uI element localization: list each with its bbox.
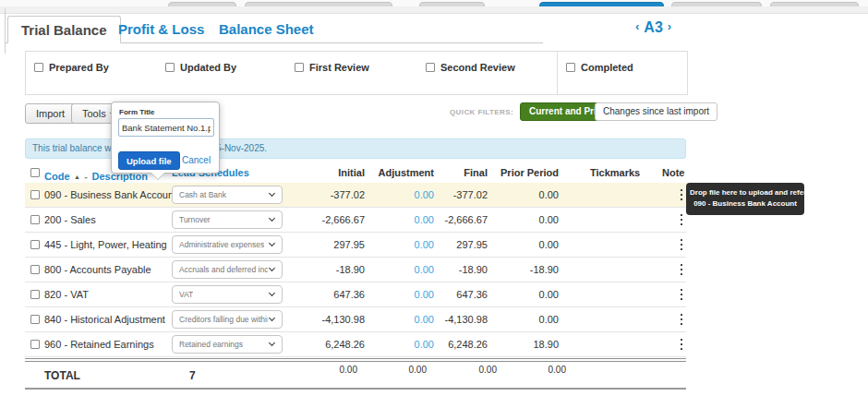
lead-schedule-value: VAT [179, 286, 193, 303]
signoff-second-review: Second Review [426, 62, 515, 73]
signoff-prepared-by: Prepared By [34, 62, 109, 73]
pager-prev-icon[interactable]: ‹ [631, 19, 644, 33]
lead-schedule-select[interactable]: Creditors falling due within 1 ye [172, 310, 283, 329]
table-row: 820 - VAT VAT 647.36 0.00 647.36 0.00 [25, 282, 686, 307]
account-label: 090 - Business Bank Account [44, 183, 176, 208]
lead-schedule-select[interactable]: Retained earnings [172, 335, 283, 354]
row-kebab-menu-icon[interactable] [677, 311, 686, 330]
signoff-first-review: First Review [295, 62, 369, 73]
document-pager: ‹A3› [631, 19, 676, 38]
row-kebab-menu-icon[interactable] [677, 211, 686, 230]
total-label: TOTAL [44, 362, 80, 390]
banner-text-suffix: 5-Nov-2025. [216, 143, 267, 153]
prior-period-value: 0.00 [476, 307, 559, 332]
chevron-down-icon [269, 290, 275, 296]
chevron-down-icon [269, 340, 275, 346]
lead-schedule-select[interactable]: VAT [172, 285, 283, 304]
prior-period-header: Prior Period [476, 167, 559, 178]
prior-period-value: 0.00 [476, 282, 559, 307]
chevron-down-icon [269, 240, 275, 246]
row-kebab-menu-icon[interactable] [677, 261, 686, 280]
pager-next-icon[interactable]: › [663, 19, 676, 33]
cancel-link[interactable]: Cancel [182, 155, 211, 165]
prior-period-value: 0.00 [476, 208, 559, 233]
second-review-checkbox[interactable] [426, 63, 435, 72]
row-kebab-menu-icon[interactable] [677, 336, 686, 354]
row-checkbox[interactable] [30, 290, 40, 299]
lead-schedule-select[interactable]: Accruals and deferred income [172, 260, 283, 279]
table-row: 090 - Business Bank Account Cash at Bank… [25, 183, 686, 208]
code-sort-header[interactable]: Code [44, 171, 70, 182]
drop-file-tooltip-line2: 090 - Business Bank Account [690, 198, 801, 210]
tools-label: Tools [82, 108, 106, 119]
tab-balance-sheet[interactable]: Balance Sheet [219, 16, 314, 43]
prior-period-value: 0.00 [476, 183, 559, 208]
lead-schedule-value: Cash at Bank [179, 186, 226, 203]
report-tabbar: Trial Balance Profit & Loss Balance Shee… [5, 16, 543, 43]
top-band [0, 6, 868, 14]
form-title-input[interactable] [118, 118, 214, 137]
upload-file-button[interactable]: Upload file [118, 151, 180, 170]
signoff-divider [557, 52, 558, 94]
upload-popover: Form Title Upload file Cancel [111, 102, 220, 174]
total-row-count: 7 [189, 362, 196, 390]
select-all-checkbox[interactable] [30, 168, 40, 177]
first-review-checkbox[interactable] [295, 63, 304, 72]
account-label: 960 - Retained Earnings [44, 332, 154, 357]
tickmarks-header: Tickmarks [590, 167, 640, 178]
tab-profit-and-loss[interactable]: Profit & Loss [118, 16, 204, 43]
drop-file-tooltip: Drop file here to upload and reference: … [686, 183, 804, 215]
lead-schedule-value: Turnover [179, 211, 211, 228]
signoff-completed: Completed [566, 62, 633, 73]
table-row: 840 - Historical Adjustment Creditors fa… [25, 307, 686, 332]
lead-schedule-select[interactable]: Administrative expenses [172, 235, 283, 254]
chevron-down-icon [269, 190, 275, 197]
tab-trial-balance[interactable]: Trial Balance [7, 16, 121, 43]
account-label: 445 - Light, Power, Heating [44, 233, 167, 258]
quick-filters-label: QUICK FILTERS: [450, 108, 513, 116]
account-label: 820 - VAT [44, 282, 89, 307]
row-kebab-menu-icon[interactable] [677, 286, 686, 305]
row-kebab-menu-icon[interactable] [677, 186, 686, 205]
trial-balance-table: Code ▲ - Description Lead Schedules Init… [25, 166, 686, 390]
lead-schedule-select[interactable]: Cash at Bank [172, 186, 283, 204]
prepared-by-checkbox[interactable] [34, 63, 43, 72]
prepared-by-label: Prepared By [49, 62, 109, 73]
prior-period-value: 0.00 [476, 233, 559, 258]
pager-current-label[interactable]: A3 [644, 19, 662, 35]
lead-schedule-select[interactable]: Turnover [172, 210, 283, 229]
note-header: Note [662, 167, 684, 178]
table-row: 800 - Accounts Payable Accruals and defe… [25, 258, 686, 282]
row-checkbox[interactable] [30, 265, 40, 274]
total-row: TOTAL 7 0.00 0.00 0.00 0.00 [25, 362, 686, 390]
table-row: 445 - Light, Power, Heating Administrati… [25, 233, 686, 258]
row-checkbox[interactable] [30, 315, 40, 324]
prior-period-value: -18.90 [476, 258, 559, 282]
row-kebab-menu-icon[interactable] [677, 236, 686, 255]
top-app-nav [0, 0, 868, 6]
account-label: 840 - Historical Adjustment [44, 307, 165, 332]
prior-period-value: 18.90 [476, 332, 559, 357]
signoff-updated-by: Updated By [165, 62, 236, 73]
row-checkbox[interactable] [30, 240, 40, 249]
row-checkbox[interactable] [30, 215, 40, 224]
row-checkbox[interactable] [30, 190, 40, 199]
sort-ascending-icon: ▲ [74, 174, 80, 180]
total-prior-period-value: 0.00 [483, 365, 566, 375]
chevron-down-icon [269, 215, 275, 222]
completed-checkbox[interactable] [566, 63, 575, 72]
filter-changes-since-import-button[interactable]: Changes since last import [595, 102, 717, 121]
second-review-label: Second Review [440, 62, 515, 73]
updated-by-checkbox[interactable] [165, 63, 175, 72]
chevron-down-icon [269, 315, 275, 321]
chevron-down-icon [269, 265, 275, 271]
completed-label: Completed [581, 62, 633, 73]
table-row: 960 - Retained Earnings Retained earning… [25, 332, 686, 357]
row-checkbox[interactable] [30, 340, 40, 349]
table-row: 200 - Sales Turnover -2,666.67 0.00 -2,6… [25, 208, 686, 233]
import-button[interactable]: Import [25, 103, 76, 124]
account-label: 200 - Sales [44, 208, 96, 233]
first-review-label: First Review [309, 62, 369, 73]
lead-schedule-value: Retained earnings [179, 336, 243, 353]
lead-schedule-value: Creditors falling due within 1 ye [179, 311, 268, 328]
